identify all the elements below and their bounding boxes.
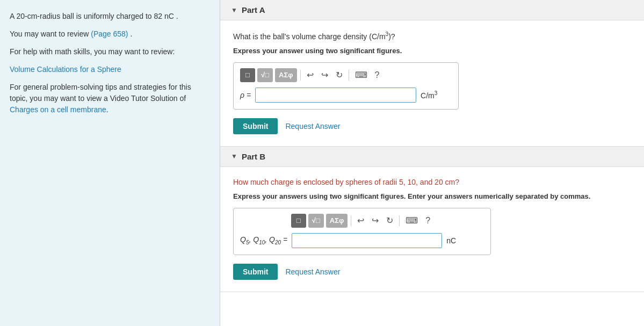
math-help-text: For help with math skills, you may want … <box>10 46 210 57</box>
reset-btn-b[interactable]: ↻ <box>383 214 396 227</box>
separator-2 <box>349 70 349 81</box>
part-a-question: What is the ball's volume charge density… <box>233 30 631 42</box>
part-a-unit: C/m3 <box>421 90 437 100</box>
box-btn-a[interactable]: □ <box>240 68 255 82</box>
part-a-input-row: ρ = C/m3 <box>240 88 452 103</box>
separator-1 <box>300 70 301 81</box>
part-a-request-answer-link[interactable]: Request Answer <box>285 122 340 131</box>
separator-4 <box>399 215 400 226</box>
part-b-chevron: ▼ <box>231 153 237 160</box>
help-btn-b[interactable]: ? <box>423 215 433 227</box>
part-b-title: Part B <box>242 152 265 161</box>
help-btn-a[interactable]: ? <box>372 69 382 81</box>
part-a-answer-input[interactable] <box>255 88 416 103</box>
part-b-question: How much charge is enclosed by spheres o… <box>233 177 631 188</box>
volume-calc-link[interactable]: Volume Calculations for a Sphere <box>10 65 121 74</box>
part-a-toolbar: □ √□ ΑΣφ ↩ ↪ ↻ ⌨ ? <box>240 68 452 82</box>
part-a-submit-button[interactable]: Submit <box>233 118 278 134</box>
right-panel: ▼ Part A What is the ball's volume charg… <box>220 0 644 326</box>
part-b-submit-row: Submit Request Answer <box>233 264 631 280</box>
part-b-toolbar: □ √□ ΑΣφ ↩ ↪ ↻ ⌨ ? <box>240 214 484 228</box>
part-b-input-row: Q5, Q10, Q20 = nC <box>240 233 484 248</box>
left-panel: A 20-cm-radius ball is uniformly charged… <box>0 0 220 326</box>
sqrt-btn-a[interactable]: √□ <box>257 68 273 82</box>
redo-btn-b[interactable]: ↪ <box>369 214 381 227</box>
redo-btn-a[interactable]: ↪ <box>319 69 331 81</box>
reset-btn-a[interactable]: ↻ <box>333 69 345 81</box>
part-a-chevron: ▼ <box>231 6 237 14</box>
separator-3 <box>351 215 351 226</box>
part-a-header[interactable]: ▼ Part A <box>220 0 644 20</box>
part-b-instruction: Express your answers using two significa… <box>233 192 631 200</box>
part-b-section: ▼ Part B How much charge is enclosed by … <box>220 147 644 292</box>
undo-btn-b[interactable]: ↩ <box>354 214 367 227</box>
greek-btn-a[interactable]: ΑΣφ <box>275 68 297 82</box>
undo-btn-a[interactable]: ↩ <box>304 69 316 81</box>
part-b-submit-button[interactable]: Submit <box>233 264 278 280</box>
review-text: You may want to review (Page 658) . <box>10 28 210 40</box>
greek-btn-b[interactable]: ΑΣφ <box>326 214 348 228</box>
sqrt-btn-b[interactable]: √□ <box>308 214 324 228</box>
keyboard-btn-a[interactable]: ⌨ <box>352 69 370 81</box>
part-b-input-label: Q5, Q10, Q20 = <box>240 235 287 245</box>
part-a-content: What is the ball's volume charge density… <box>220 20 644 146</box>
part-b-unit: nC <box>446 236 456 245</box>
keyboard-btn-b[interactable]: ⌨ <box>403 214 421 227</box>
tips-text: For general problem-solving tips and str… <box>10 82 210 115</box>
part-a-instruction: Express your answer using two significan… <box>233 47 631 55</box>
page-658-link[interactable]: (Page 658) <box>91 30 128 38</box>
part-b-content: How much charge is enclosed by spheres o… <box>220 167 644 292</box>
part-a-section: ▼ Part A What is the ball's volume charg… <box>220 0 644 147</box>
part-b-header[interactable]: ▼ Part B <box>220 147 644 167</box>
box-btn-b[interactable]: □ <box>291 214 306 228</box>
part-b-answer-input[interactable] <box>292 233 442 248</box>
part-a-input-box: □ √□ ΑΣφ ↩ ↪ ↻ ⌨ ? ρ = C/m3 <box>233 62 459 110</box>
part-b-request-answer-link[interactable]: Request Answer <box>285 267 340 276</box>
part-a-title: Part A <box>242 5 265 15</box>
part-a-submit-row: Submit Request Answer <box>233 118 631 134</box>
charges-cell-link[interactable]: Charges on a cell membrane <box>10 105 106 114</box>
part-a-input-label: ρ = <box>240 91 251 99</box>
part-b-input-box: □ √□ ΑΣφ ↩ ↪ ↻ ⌨ ? Q5, Q10, Q20 = n <box>233 208 491 255</box>
intro-text: A 20-cm-radius ball is uniformly charged… <box>10 11 210 22</box>
